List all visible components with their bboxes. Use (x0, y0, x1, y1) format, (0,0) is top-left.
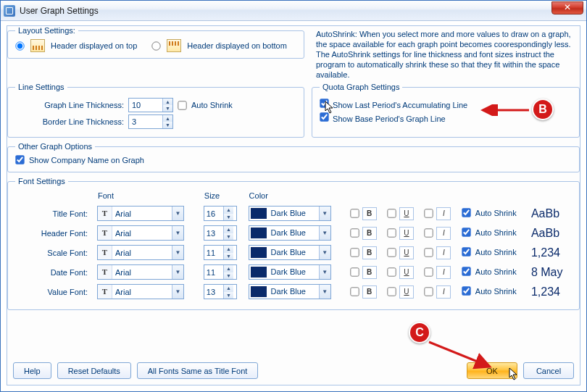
bold-toggle[interactable]: B (362, 207, 377, 220)
font-autoshrink-input[interactable] (462, 228, 470, 236)
font-autoshrink-check[interactable]: Auto Shrink (462, 228, 517, 237)
spin-down-icon[interactable]: ▼ (224, 253, 233, 260)
italic-toggle[interactable]: I (436, 285, 451, 299)
show-company-check[interactable]: Show Company Name on Graph (15, 155, 144, 164)
radio-header-bottom[interactable]: Header displayed on bottom (151, 39, 287, 52)
spin-up-icon[interactable]: ▲ (163, 115, 172, 122)
font-size-field[interactable] (204, 265, 223, 279)
font-name-select[interactable]: TArial▼ (97, 206, 184, 221)
help-button[interactable]: Help (13, 362, 51, 379)
underline-toggle[interactable]: U (399, 246, 414, 259)
font-color-select[interactable]: Dark Blue▼ (249, 206, 331, 221)
spin-down-icon[interactable]: ▼ (224, 292, 233, 299)
border-line-thickness-field[interactable] (129, 115, 162, 128)
spin-up-icon[interactable]: ▲ (163, 99, 172, 105)
dropdown-arrow-icon[interactable]: ▼ (319, 246, 330, 259)
bold-check[interactable] (350, 209, 359, 217)
italic-check[interactable] (425, 248, 433, 257)
radio-header-bottom-input[interactable] (152, 41, 161, 50)
font-autoshrink-check[interactable]: Auto Shrink (462, 247, 517, 257)
font-color-select[interactable]: Dark Blue▼ (249, 225, 331, 241)
show-base-period-input[interactable] (320, 112, 328, 121)
font-name-select[interactable]: TArial▼ (97, 264, 184, 280)
underline-toggle[interactable]: U (399, 227, 414, 240)
dropdown-arrow-icon[interactable]: ▼ (319, 226, 330, 240)
spin-up-icon[interactable]: ▲ (224, 246, 233, 253)
dropdown-arrow-icon[interactable]: ▼ (319, 207, 330, 220)
font-autoshrink-check[interactable]: Auto Shrink (462, 267, 517, 276)
font-name-select[interactable]: TArial▼ (97, 225, 184, 241)
all-fonts-same-button[interactable]: All Fonts Same as Title Font (137, 362, 259, 379)
dropdown-arrow-icon[interactable]: ▼ (319, 265, 330, 279)
italic-check[interactable] (425, 209, 433, 217)
font-autoshrink-check[interactable]: Auto Shrink (462, 208, 517, 217)
font-size-field[interactable] (204, 246, 223, 259)
dropdown-arrow-icon[interactable]: ▼ (172, 246, 183, 259)
bold-toggle[interactable]: B (362, 266, 377, 279)
radio-header-top-input[interactable] (15, 41, 24, 50)
spin-down-icon[interactable]: ▼ (224, 214, 233, 221)
underline-toggle[interactable]: U (399, 285, 414, 299)
spin-down-icon[interactable]: ▼ (224, 272, 233, 280)
show-company-input[interactable] (15, 155, 24, 164)
font-name-select[interactable]: TArial▼ (97, 245, 184, 260)
font-autoshrink-check[interactable]: Auto Shrink (462, 286, 517, 296)
italic-check[interactable] (425, 228, 433, 237)
spin-up-icon[interactable]: ▲ (224, 265, 233, 272)
underline-check[interactable] (387, 267, 396, 276)
italic-toggle[interactable]: I (436, 246, 451, 259)
font-color-select[interactable]: Dark Blue▼ (249, 245, 331, 260)
italic-check[interactable] (425, 267, 433, 276)
bold-check[interactable] (350, 287, 359, 296)
font-autoshrink-input[interactable] (462, 208, 470, 217)
font-size-select[interactable]: ▲▼ (204, 206, 237, 221)
underline-toggle[interactable]: U (399, 207, 414, 220)
italic-check[interactable] (425, 287, 433, 296)
bold-check[interactable] (350, 248, 359, 257)
spin-down-icon[interactable]: ▼ (224, 233, 233, 241)
font-autoshrink-input[interactable] (462, 286, 470, 295)
graph-line-thickness-field[interactable] (129, 99, 162, 112)
italic-toggle[interactable]: I (436, 227, 451, 240)
close-button[interactable]: ✕ (551, 1, 583, 14)
italic-toggle[interactable]: I (436, 266, 451, 279)
cancel-button[interactable]: Cancel (523, 362, 574, 379)
font-color-select[interactable]: Dark Blue▼ (249, 264, 331, 280)
font-size-field[interactable] (204, 226, 223, 240)
dropdown-arrow-icon[interactable]: ▼ (172, 226, 183, 240)
spin-up-icon[interactable]: ▲ (224, 207, 233, 214)
font-size-select[interactable]: ▲▼ (204, 284, 237, 299)
italic-toggle[interactable]: I (436, 207, 451, 220)
bold-toggle[interactable]: B (362, 246, 377, 259)
graph-line-thickness-input[interactable]: ▲▼ (128, 98, 173, 112)
line-autoshrink-check[interactable]: Auto Shrink (178, 101, 233, 110)
spin-up-icon[interactable]: ▲ (224, 285, 233, 292)
show-last-period-input[interactable] (320, 99, 328, 107)
line-autoshrink-input[interactable] (178, 101, 186, 109)
dropdown-arrow-icon[interactable]: ▼ (172, 207, 183, 220)
underline-toggle[interactable]: U (399, 266, 414, 279)
reset-defaults-button[interactable]: Reset Defaults (57, 362, 131, 379)
radio-header-top[interactable]: Header displayed on top (15, 39, 137, 52)
border-line-thickness-input[interactable]: ▲▼ (128, 114, 173, 129)
bold-check[interactable] (350, 267, 359, 276)
underline-check[interactable] (387, 248, 396, 257)
font-autoshrink-input[interactable] (462, 247, 470, 256)
dropdown-arrow-icon[interactable]: ▼ (319, 285, 330, 299)
font-name-select[interactable]: TArial▼ (97, 284, 184, 299)
font-size-select[interactable]: ▲▼ (204, 264, 237, 280)
dropdown-arrow-icon[interactable]: ▼ (172, 285, 183, 299)
spin-down-icon[interactable]: ▼ (163, 105, 172, 112)
underline-check[interactable] (387, 209, 396, 217)
underline-check[interactable] (387, 287, 396, 296)
bold-check[interactable] (350, 228, 359, 237)
font-size-field[interactable] (204, 207, 223, 220)
font-size-field[interactable] (204, 285, 223, 299)
dropdown-arrow-icon[interactable]: ▼ (172, 265, 183, 279)
spin-down-icon[interactable]: ▼ (163, 122, 172, 128)
underline-check[interactable] (387, 228, 396, 237)
bold-toggle[interactable]: B (362, 227, 377, 240)
font-size-select[interactable]: ▲▼ (204, 225, 237, 241)
spin-up-icon[interactable]: ▲ (224, 226, 233, 233)
font-size-select[interactable]: ▲▼ (204, 245, 237, 260)
